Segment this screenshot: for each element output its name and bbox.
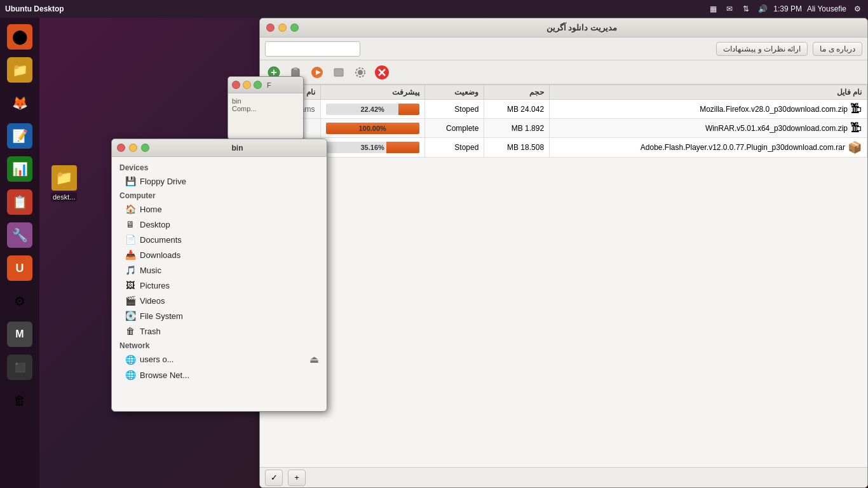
fm-music[interactable]: 🎵 Music [112,262,327,278]
launcher-trash[interactable]: 🗑 [4,385,35,416]
trash-launcher-icon: 🗑 [13,393,26,408]
launcher-ubuntu[interactable]: ⬤ [4,22,35,52]
launcher-calc[interactable]: 📊 [4,154,35,184]
fm-pictures[interactable]: 🖼 Pictures [112,278,327,293]
table-row[interactable]: 📦Adobe.Flash.Player.v12.0.0.77.Plugin_p3… [261,138,867,158]
launcher-workspace[interactable]: ⬛ [4,352,35,383]
play-btn[interactable] [307,62,327,83]
top-bar-right: ▦ ✉ ⇅ 🔊 1:39 PM Ali Yousefie ⚙ [707,3,863,15]
small-window-min[interactable] [243,81,251,89]
clock: 1:39 PM [773,4,802,13]
videos-label: Videos [140,296,165,306]
files-icon: 📁 [12,62,28,78]
fm-trash[interactable]: 🗑 Trash [112,323,327,339]
fm-documents[interactable]: 📄 Documents [112,232,327,247]
dm-bottom-btn2[interactable]: + [288,470,306,486]
small-window-body: bin Comp... [228,93,303,116]
td-filename: 📦Adobe.Flash.Player.v12.0.0.77.Plugin_p3… [550,138,867,158]
td-progress: 100.00% [320,119,424,138]
downloads-icon: 📥 [125,249,136,261]
fm-home[interactable]: 🏠 Home [112,201,327,217]
network-share-icon: 🌐 [125,354,136,365]
launcher-impress[interactable]: 📋 [4,187,35,217]
launcher-system-tools[interactable]: ⚙ [4,286,35,316]
network-icon[interactable]: ⇅ [740,3,752,15]
pictures-label: Pictures [140,281,170,290]
fm-max-btn[interactable] [141,144,149,152]
td-progress: 35.16% [320,138,424,158]
delete-icon [374,64,390,81]
devices-header: Devices [112,161,327,173]
fm-floppy-drive[interactable]: 💾 Floppy Drive [112,173,327,189]
workspace-icon: ⬛ [15,362,25,372]
about-btn[interactable]: درباره ی ما [813,42,862,56]
fm-users-share[interactable]: 🌐 users o... ⏏ [112,351,327,367]
dm-header-bar: درباره ی ما ارائه نظرات و پیشنهادات [260,37,867,60]
launcher-writer[interactable]: 📝 [4,121,35,151]
dm-max-btn[interactable] [290,24,299,32]
svg-rect-6 [334,69,343,76]
table-row[interactable]: 🗜WinRAR.v5.01.x64_p30download.com.zip1.8… [261,119,867,138]
users-share-label: users o... [140,355,173,364]
desktop: Ubuntu Desktop ▦ ✉ ⇅ 🔊 1:39 PM Ali Youse… [0,0,868,488]
launcher-files[interactable]: 📁 [4,55,35,85]
home-icon: 🏠 [125,203,136,215]
writer-icon: 📝 [12,128,28,144]
td-status: Complete [424,119,484,138]
fm-close-btn[interactable] [117,144,125,152]
computer-header: Computer [112,189,327,201]
filesystem-label: File System [140,311,183,321]
desktop-folder-icon[interactable]: 📁 deskt... [51,165,77,201]
table-row[interactable]: 🗜Mozilla.Firefox.v28.0_p30download.com.z… [261,100,867,119]
fm-desktop[interactable]: 🖥 Desktop [112,217,327,232]
launcher-firefox[interactable]: 🦊 [4,88,35,118]
dm-min-btn[interactable] [278,24,287,32]
email-icon[interactable]: ✉ [724,3,735,15]
session-icon[interactable]: ⚙ [851,3,863,15]
desktop-label: Desktop [140,220,170,229]
td-size: 24.042 MB [484,100,550,119]
fm-min-btn[interactable] [129,144,137,152]
small-window: F bin Comp... [227,76,304,140]
delete-btn[interactable] [372,62,392,83]
col-size: حجم [484,85,550,100]
fm-browse-network[interactable]: 🌐 Browse Net... [112,367,327,383]
fm-downloads[interactable]: 📥 Downloads [112,247,327,262]
firefox-icon: 🦊 [12,95,28,111]
settings-btn[interactable] [350,62,370,83]
calc-icon: 📊 [12,161,28,177]
network-header: Network [112,339,327,351]
volume-icon[interactable]: 🔊 [757,3,768,15]
pause-btn[interactable] [329,62,349,83]
col-filename: نام فایل [550,85,867,100]
dm-title: مدیریت دانلود آگرین [302,23,861,32]
browse-network-icon: 🌐 [125,369,136,381]
eject-icon[interactable]: ⏏ [309,353,319,365]
dm-bottom-btn1[interactable]: ✓ [265,470,283,486]
browse-network-label: Browse Net... [140,370,189,380]
settings-icon [354,66,367,79]
dm-search-input[interactable] [265,41,360,57]
launcher-apps[interactable]: 🔧 [4,220,35,250]
apps-icon: 🔧 [12,227,28,243]
dm-bottom-bar: ✓ + [260,467,867,487]
suggestions-btn[interactable]: ارائه نظرات و پیشنهادات [716,42,808,56]
launcher-mono[interactable]: M [4,319,35,349]
username: Ali Yousefie [807,4,846,13]
download-manager-window: مدیریت دانلود آگرین درباره ی ما ارائه نظ… [259,18,868,488]
fm-filesystem[interactable]: 💽 File System [112,308,327,323]
dm-close-btn[interactable] [266,24,275,32]
fm-videos[interactable]: 🎬 Videos [112,293,327,308]
small-window-close[interactable] [232,81,240,89]
col-status: وضعیت [424,85,484,100]
launcher-ubuntu-one[interactable]: U [4,253,35,283]
documents-icon: 📄 [125,234,136,245]
svg-text:+: + [271,67,276,78]
small-window-max[interactable] [254,81,262,89]
dm-search-area [265,41,360,57]
dm-table: نام فایل حجم وضعیت پیشرفت نام گروه 🗜Mozi… [260,85,867,158]
filename-text: Mozilla.Firefox.v28.0_p30download.com.zi… [700,105,848,114]
top-bar: Ubuntu Desktop ▦ ✉ ⇅ 🔊 1:39 PM Ali Youse… [0,0,868,18]
impress-icon: 📋 [12,194,28,210]
system-monitor-icon[interactable]: ▦ [707,3,719,15]
